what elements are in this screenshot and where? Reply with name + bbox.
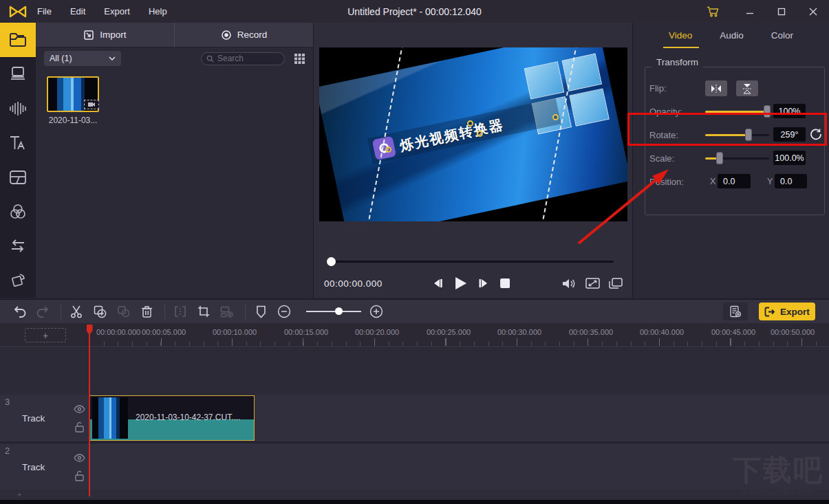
timeline-clip[interactable]: 2020-11-03-10-42-37.CUT.... bbox=[89, 395, 255, 441]
selection-handle-left[interactable] bbox=[385, 146, 391, 153]
undo-button[interactable] bbox=[11, 303, 28, 320]
sidebar-item-elements[interactable] bbox=[0, 57, 36, 91]
zoom-in-button[interactable] bbox=[368, 303, 385, 320]
tab-video[interactable]: Video bbox=[669, 30, 692, 41]
stop-button[interactable] bbox=[500, 278, 510, 288]
track-visibility-icon[interactable] bbox=[74, 405, 85, 413]
menu-edit[interactable]: Edit bbox=[70, 6, 85, 17]
active-tab-underline bbox=[663, 47, 699, 48]
split-screen-icon bbox=[9, 170, 27, 185]
delete-button[interactable] bbox=[138, 303, 155, 320]
picture-in-picture-icon[interactable] bbox=[609, 278, 623, 289]
opacity-slider[interactable] bbox=[705, 111, 769, 113]
minimize-button[interactable] bbox=[734, 0, 766, 23]
export-icon bbox=[764, 307, 775, 317]
chevron-down-icon bbox=[109, 56, 116, 61]
tab-color[interactable]: Color bbox=[771, 30, 793, 41]
play-button[interactable] bbox=[454, 276, 467, 290]
redo-button[interactable] bbox=[34, 303, 51, 320]
flip-horizontal-icon bbox=[711, 85, 722, 93]
ruler-label: 00:00:00.000 bbox=[96, 328, 140, 336]
volume-icon[interactable] bbox=[561, 278, 577, 289]
preview-seekbar[interactable] bbox=[329, 261, 614, 263]
position-x-field[interactable]: 0.0 bbox=[718, 174, 751, 188]
scale-row: Scale: 100.0% bbox=[633, 151, 829, 167]
menu-help[interactable]: Help bbox=[149, 6, 167, 17]
track-row-3[interactable]: 3 Track 2020-11-03-10-42-37.CUT.... bbox=[0, 395, 829, 441]
tab-record[interactable]: Record bbox=[175, 23, 313, 47]
previous-frame-button[interactable] bbox=[432, 278, 443, 288]
track-label: Track bbox=[22, 462, 45, 472]
add-track-button[interactable]: + bbox=[25, 328, 66, 342]
close-button[interactable] bbox=[797, 0, 829, 23]
scale-slider[interactable] bbox=[705, 157, 769, 160]
flip-vertical-button[interactable] bbox=[736, 80, 758, 96]
transform-legend: Transform bbox=[652, 57, 703, 67]
sidebar-item-text[interactable] bbox=[0, 126, 36, 160]
tab-audio[interactable]: Audio bbox=[720, 30, 744, 41]
duplicate-button[interactable] bbox=[91, 303, 108, 320]
track-visibility-icon[interactable] bbox=[74, 454, 85, 462]
rotate-row: Rotate: 259° bbox=[633, 127, 829, 144]
timeline-ruler[interactable]: + 00:00:00.000 00:00:05.000 00:00:10.000… bbox=[0, 323, 829, 347]
preview-video[interactable]: 烁光视频转换器 bbox=[319, 47, 627, 221]
import-icon bbox=[83, 30, 94, 41]
toolbar-separator bbox=[164, 304, 165, 319]
sidebar-item-media[interactable] bbox=[0, 23, 36, 57]
sidebar-item-transitions[interactable] bbox=[0, 229, 36, 263]
timeline-zoom-slider[interactable] bbox=[306, 311, 361, 312]
sidebar-item-animation[interactable] bbox=[0, 263, 36, 298]
rotate-slider[interactable] bbox=[705, 134, 769, 136]
render-settings-button[interactable] bbox=[219, 303, 235, 320]
scale-slider-handle[interactable] bbox=[716, 152, 723, 164]
next-frame-button[interactable] bbox=[478, 278, 489, 288]
menu-export[interactable]: Export bbox=[104, 6, 130, 17]
track-row-2[interactable]: 2 Track bbox=[0, 443, 829, 490]
properties-panel: Video Audio Color Transform Flip: Opacit… bbox=[633, 23, 829, 298]
store-cart-icon[interactable] bbox=[697, 0, 729, 23]
paste-button[interactable] bbox=[115, 303, 131, 320]
opacity-label: Opacity: bbox=[649, 107, 682, 117]
fit-aspect-icon[interactable] bbox=[585, 278, 600, 289]
track-lock-icon[interactable] bbox=[74, 470, 85, 481]
preview-stage[interactable]: 烁光视频转换器 bbox=[319, 47, 627, 221]
zoom-out-button[interactable] bbox=[276, 303, 292, 320]
maximize-button[interactable] bbox=[766, 0, 797, 23]
marker-button[interactable] bbox=[252, 303, 269, 320]
position-y-field[interactable]: 0.0 bbox=[775, 174, 807, 188]
track-number: 3 bbox=[5, 397, 10, 407]
position-row: Position: X 0.0 Y 0.0 bbox=[633, 174, 829, 190]
timeline-empty-lane[interactable] bbox=[0, 348, 829, 395]
cut-button[interactable] bbox=[68, 303, 85, 320]
preview-timecode: 00:00:00.000 bbox=[324, 278, 383, 289]
playhead[interactable] bbox=[89, 325, 90, 496]
selection-handle-right[interactable] bbox=[552, 114, 559, 120]
crop-button[interactable] bbox=[195, 303, 212, 320]
split-button[interactable] bbox=[172, 303, 189, 320]
rotate-value[interactable]: 259° bbox=[773, 127, 806, 142]
media-filter-dropdown[interactable]: All (1) bbox=[44, 51, 121, 66]
sidebar-item-audio[interactable] bbox=[0, 91, 36, 126]
seekbar-handle[interactable] bbox=[327, 257, 336, 266]
opacity-slider-handle[interactable] bbox=[764, 105, 771, 118]
grid-view-icon[interactable] bbox=[294, 54, 305, 64]
selection-handle-center[interactable] bbox=[477, 131, 483, 137]
timeline-zoom-handle[interactable] bbox=[335, 307, 343, 315]
sidebar-item-filters[interactable] bbox=[0, 195, 36, 229]
export-button[interactable]: Export bbox=[759, 303, 815, 320]
flip-horizontal-button[interactable] bbox=[705, 80, 727, 96]
track-lock-icon[interactable] bbox=[74, 421, 85, 432]
media-item[interactable]: 2020-11-03... bbox=[47, 76, 99, 125]
rotate-label: Rotate: bbox=[649, 130, 678, 140]
selection-handle-rotate[interactable] bbox=[467, 120, 473, 127]
scale-value[interactable]: 100.0% bbox=[773, 151, 806, 165]
tab-import[interactable]: Import bbox=[36, 23, 175, 47]
rotate-reset-icon[interactable] bbox=[810, 128, 822, 140]
export-settings-button[interactable] bbox=[723, 303, 748, 320]
opacity-value[interactable]: 100% bbox=[773, 104, 806, 118]
search-icon bbox=[206, 55, 214, 63]
sidebar-item-split-screen[interactable] bbox=[0, 160, 36, 195]
search-input[interactable]: Search bbox=[201, 52, 285, 65]
rotate-slider-handle[interactable] bbox=[745, 129, 752, 141]
menu-file[interactable]: File bbox=[37, 6, 52, 17]
